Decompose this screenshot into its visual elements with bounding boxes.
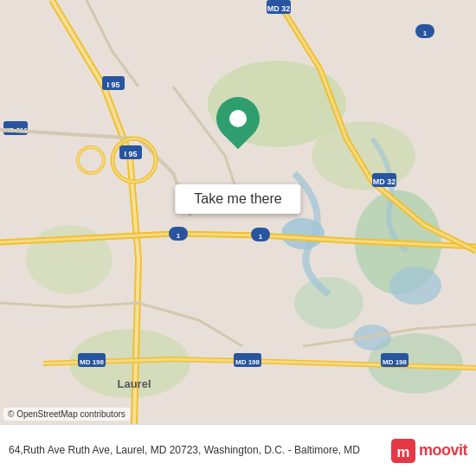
osm-attribution: © OpenStreetMap contributors — [3, 408, 130, 421]
svg-point-2 — [312, 121, 415, 190]
pin-shape — [208, 87, 269, 149]
pin-inner — [229, 110, 247, 127]
take-me-there-button[interactable]: Take me there — [175, 184, 300, 214]
svg-text:1: 1 — [177, 232, 181, 240]
address-text: 64,Ruth Ave Ruth Ave, Laurel, MD 20723, … — [9, 443, 384, 458]
svg-text:1: 1 — [423, 29, 428, 37]
svg-text:MD 198: MD 198 — [80, 358, 105, 366]
map-pin — [216, 97, 260, 140]
svg-text:1: 1 — [259, 233, 263, 241]
osm-attribution-text: © OpenStreetMap contributors — [8, 409, 125, 419]
map-container: I 95 I 95 1 1 MD 32 MD 32 MD 198 MD 198 … — [0, 0, 476, 424]
svg-text:MD 198: MD 198 — [235, 358, 261, 366]
svg-text:m: m — [397, 443, 410, 460]
moovit-icon: m — [391, 439, 415, 463]
svg-point-9 — [389, 267, 441, 305]
svg-text:MD 32: MD 32 — [267, 4, 291, 13]
svg-text:MD 32: MD 32 — [373, 177, 396, 186]
svg-text:Laurel: Laurel — [117, 377, 151, 390]
svg-text:I 95: I 95 — [124, 150, 137, 158]
moovit-brand-text: moovit — [419, 441, 467, 460]
svg-text:I 95: I 95 — [106, 80, 119, 89]
svg-text:MD 198: MD 198 — [383, 358, 408, 366]
svg-point-4 — [294, 277, 363, 329]
bottom-bar: 64,Ruth Ave Ruth Ave, Laurel, MD 20723, … — [0, 424, 476, 476]
moovit-logo[interactable]: m moovit — [391, 439, 467, 463]
